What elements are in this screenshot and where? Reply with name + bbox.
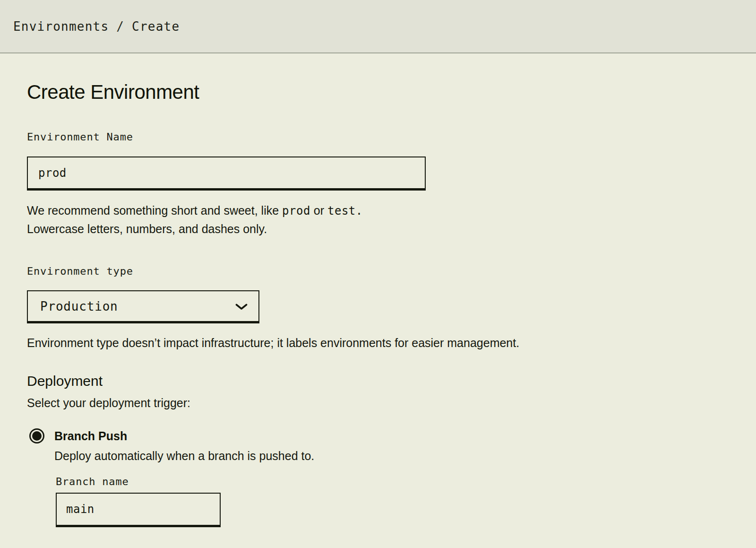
branch-name-field: Branch name — [56, 476, 756, 527]
branch-name-label: Branch name — [56, 476, 756, 488]
environment-type-label: Environment type — [27, 265, 756, 278]
environment-type-select[interactable]: Production — [27, 290, 259, 323]
branch-push-option-description: Deploy automatically when a branch is pu… — [54, 448, 756, 463]
deployment-trigger-subheading: Select your deployment trigger: — [27, 395, 756, 410]
breadcrumb: Environments / Create — [13, 19, 180, 34]
branch-push-option-label: Branch Push — [54, 428, 756, 444]
page-title: Create Environment — [27, 81, 756, 104]
breadcrumb-environments-link[interactable]: Environments — [13, 19, 109, 34]
environment-name-input[interactable] — [27, 157, 426, 191]
branch-push-option-body: Branch Push Deploy automatically when a … — [54, 428, 756, 527]
help-code-test: test — [327, 204, 356, 217]
branch-push-radio[interactable] — [29, 428, 44, 444]
create-environment-form: Create Environment Environment Name We r… — [0, 53, 756, 527]
branch-name-input[interactable] — [56, 493, 221, 527]
deployment-section-heading: Deployment — [27, 373, 756, 390]
help-text: or — [310, 204, 327, 217]
breadcrumb-separator: / — [116, 19, 124, 34]
environment-name-label: Environment Name — [27, 131, 756, 143]
environment-name-help: We recommend something short and sweet, … — [27, 201, 756, 238]
environment-type-help: Environment type doesn’t impact infrastr… — [27, 334, 756, 352]
create-environment-page: Environments / Create Create Environment… — [0, 0, 756, 548]
help-text: . — [356, 204, 363, 217]
help-text: We recommend something short and sweet, … — [27, 204, 282, 217]
deployment-option-branch-push: Branch Push Deploy automatically when a … — [29, 428, 756, 527]
help-text-line2: Lowercase letters, numbers, and dashes o… — [27, 222, 267, 235]
help-code-prod: prod — [282, 204, 310, 217]
page-header: Environments / Create — [0, 0, 756, 53]
environment-type-select-wrap: Production — [27, 290, 259, 323]
radio-selected-dot — [32, 431, 42, 441]
breadcrumb-create-current: Create — [132, 19, 180, 34]
